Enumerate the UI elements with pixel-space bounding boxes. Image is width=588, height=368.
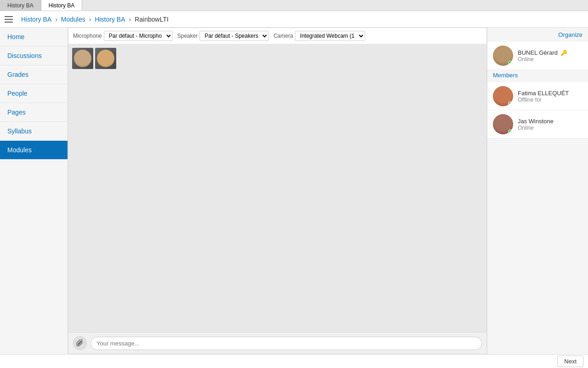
status-dot-bunel [508,61,513,65]
sidebar: Home Discussions Grades People Pages Syl… [0,28,68,354]
camera-label: Camera [273,33,293,39]
microphone-select[interactable]: Par défaut - Micropho [104,31,173,41]
bottom-bar: Next [0,354,588,368]
main-content: Microphone Par défaut - Micropho Speaker… [68,28,487,354]
sidebar-item-people[interactable]: People [0,84,68,103]
avatar-jas [493,114,513,134]
speaker-group: Speaker Par défaut - Speakers [177,31,269,41]
layout: Home Discussions Grades People Pages Syl… [0,28,588,354]
breadcrumb-separator-3: › [129,16,131,23]
breadcrumb-separator-1: › [55,16,57,23]
message-input[interactable] [90,337,482,350]
sidebar-item-modules[interactable]: Modules [0,141,68,160]
video-thumb-2 [95,48,116,69]
speaker-label: Speaker [177,33,198,39]
participant-fatima-status: Offline for [518,97,582,103]
topbar: History BA › Modules › History BA › Rain… [0,11,588,28]
tabbar: History BA History BA [0,0,588,11]
participant-jas-name: Jas Winstone [518,118,582,125]
tab-history-ba-2[interactable]: History BA [41,0,83,11]
key-icon: 🔑 [560,50,567,56]
participant-fatima-name: Fatima ELLEQUÉT [518,90,582,97]
message-area [68,332,486,354]
sidebar-item-syllabus[interactable]: Syllabus [0,122,68,141]
menu-icon[interactable] [5,14,16,25]
participant-bunel: BUNEL Gérard 🔑 Online [487,42,588,70]
participant-fatima-info: Fatima ELLEQUÉT Offline for [518,90,582,103]
status-dot-fatima [508,101,513,106]
camera-group: Camera Integrated Webcam (1 [273,31,365,41]
paperclip-icon [76,339,84,347]
sidebar-item-grades[interactable]: Grades [0,65,68,84]
breadcrumb-current: RainbowLTI [135,16,169,23]
conference-area: Microphone Par défaut - Micropho Speaker… [68,28,487,354]
attach-button[interactable] [73,336,87,350]
participant-bunel-info: BUNEL Gérard 🔑 Online [518,49,582,63]
right-panel: Organize BUNEL Gérard 🔑 Online Members [487,28,588,354]
video-area [68,44,486,332]
breadcrumb-history-ba-1[interactable]: History BA [21,16,51,23]
sidebar-item-discussions[interactable]: Discussions [0,46,68,65]
breadcrumb-separator-2: › [89,16,91,23]
sidebar-item-home[interactable]: Home [0,28,68,46]
avatar-bunel [493,46,513,66]
microphone-label: Microphone [73,33,102,39]
microphone-group: Microphone Par défaut - Micropho [73,31,173,41]
sidebar-item-pages[interactable]: Pages [0,103,68,122]
organize-button[interactable]: Organize [487,28,588,42]
tab-history-ba-1[interactable]: History BA [0,0,41,11]
participant-bunel-status: Online [518,56,582,63]
conference-toolbar: Microphone Par défaut - Micropho Speaker… [68,28,486,44]
video-avatar-1 [74,50,91,67]
video-avatar-2 [97,50,114,67]
members-section-header: Members [487,70,588,82]
breadcrumb-modules[interactable]: Modules [61,16,85,23]
avatar-fatima [493,86,513,106]
participant-bunel-name: BUNEL Gérard 🔑 [518,49,582,56]
breadcrumb-history-ba-2[interactable]: History BA [95,16,125,23]
video-thumbnails [72,48,116,69]
status-dot-jas [508,129,513,134]
video-thumb-1 [72,48,93,69]
participant-jas: Jas Winstone Online [487,110,588,138]
speaker-select[interactable]: Par défaut - Speakers [199,31,269,41]
participant-jas-status: Online [518,125,582,131]
camera-select[interactable]: Integrated Webcam (1 [295,31,365,41]
participant-fatima: Fatima ELLEQUÉT Offline for [487,82,588,110]
next-button[interactable]: Next [557,356,583,367]
participant-jas-info: Jas Winstone Online [518,118,582,131]
